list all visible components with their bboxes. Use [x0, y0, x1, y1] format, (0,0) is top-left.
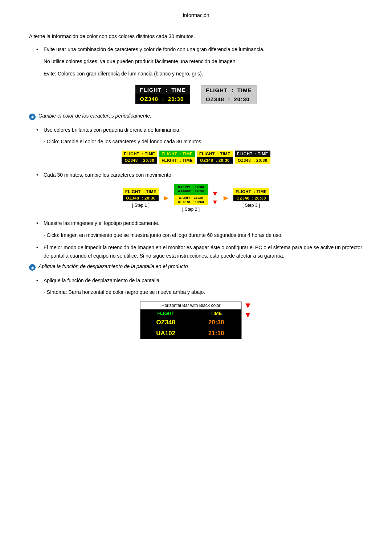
bullet-item-6: • Aplique la función de desplazamiento d… — [29, 276, 363, 284]
bullet-item-2: • Use colores brillantes con pequeña dif… — [29, 126, 363, 134]
cycle-box-1-header: FLIGHT : TIME — [122, 151, 157, 157]
step2-data: UA9IIY : 13:30KI A19E : 19:60 — [174, 195, 208, 205]
hbar-title: Horizontal Bar with Black color — [140, 302, 241, 309]
flight-box-gray: FLIGHT : TIME OZ348 : 20:30 — [201, 85, 257, 104]
step2-header: RA17IY : 16:00AA009E : 19:34 — [174, 184, 208, 195]
cycle-label: - Ciclo: Cambie el color de los caracter… — [44, 138, 363, 145]
blue-circle-icon-2 — [29, 264, 36, 271]
bullet-item-1: • Evite usar una combinación de caracter… — [29, 45, 363, 53]
hbar-arrow-down-1: ▼ — [244, 301, 252, 309]
hbar-data-row-1: OZ348 20:30 — [140, 317, 241, 328]
flight-box-gray-header: FLIGHT : TIME — [201, 86, 256, 95]
italic-text-2: Aplique la función de desplazamiento de … — [38, 263, 188, 269]
cycle-box-2: FLIGHT : TIME FLIGHT : TIME — [159, 151, 195, 164]
bullet-text-1: Evite usar una combinación de caracteres… — [44, 45, 265, 53]
cycle-box-4: FLIGHT : TIME OZ348 : 20:30 — [235, 151, 270, 164]
step1-data: OZ348 : 20:30 — [123, 195, 159, 201]
flight-box-black-data: OZ348 : 20:30 — [135, 94, 190, 103]
hbar-demo: Horizontal Bar with Black color FLIGHT T… — [29, 301, 363, 339]
bullet-dot-1: • — [36, 45, 44, 53]
sub-text-4: - Síntoma: Barra horizontal de color neg… — [44, 288, 363, 296]
italic-note-2: Aplique la función de desplazamiento de … — [29, 263, 363, 271]
hbar-arrow-down-2: ▼ — [244, 311, 252, 319]
intro-text: Alterne la información de color con dos … — [29, 32, 363, 40]
cycle-box-4-data: OZ348 : 20:30 — [235, 157, 270, 164]
bullet-text-6: Aplique la función de desplazamiento de … — [44, 276, 159, 284]
bullet-text-2: Use colores brillantes con pequeña difer… — [44, 126, 180, 134]
bullet-text-4: Muestre las imágenes y el logotipo perió… — [44, 219, 159, 227]
arrow-down-2: ▼ — [212, 198, 219, 206]
step3-header: FLIGHT : TIME — [233, 188, 269, 195]
bullet-text-5: El mejor modo de impedir la retención de… — [44, 243, 363, 260]
bullet-item-5: • El mejor modo de impedir la retención … — [29, 243, 363, 260]
sub-text-3: - Ciclo: Imagen en movimiento que se mue… — [44, 231, 363, 239]
hbar-with-arrows: Horizontal Bar with Black color FLIGHT T… — [140, 301, 252, 339]
flight-box-black-header: FLIGHT : TIME — [135, 85, 190, 94]
hbar-row1-col1: OZ348 — [140, 317, 191, 328]
italic-text-1: Cambie el color de los caracteres periód… — [38, 113, 151, 119]
cycle-demo-row: FLIGHT : TIME OZ348 : 20:30 FLIGHT : TIM… — [29, 151, 363, 164]
cycle-box-1-data: OZ348 : 20:30 — [122, 157, 157, 164]
cycle-box-2-header: FLIGHT : TIME — [159, 151, 195, 157]
sub-text-2: Evite: Colores con gran diferencia de lu… — [44, 70, 363, 78]
cycle-box-1: FLIGHT : TIME OZ348 : 20:30 — [122, 151, 157, 164]
step-3-label: [ Step 3 ] — [233, 203, 269, 208]
page-container: Información Alterne la información de co… — [0, 0, 392, 369]
step-demo: FLIGHT : TIME OZ348 : 20:30 [ Step 1 ] ►… — [29, 184, 363, 212]
flight-box-black: FLIGHT : TIME OZ348 : 20:30 — [135, 85, 190, 104]
hbar-container: Horizontal Bar with Black color FLIGHT T… — [140, 301, 242, 339]
bottom-border — [29, 354, 363, 354]
bullet-dot-5: • — [36, 243, 44, 260]
bullet-item-4: • Muestre las imágenes y el logotipo per… — [29, 219, 363, 227]
step-3-box: FLIGHT : TIME OZ348 : 20:30 — [233, 188, 269, 201]
bullet-text-3: Cada 30 minutos, cambie los caracteres c… — [44, 171, 173, 179]
bullet-dot-2: • — [36, 126, 44, 134]
step2-arrows: ▼ ▼ — [212, 190, 219, 206]
hbar-row2-col1: UA102 — [140, 328, 191, 339]
step-1-box: FLIGHT : TIME OZ348 : 20:30 — [123, 188, 159, 201]
hbar-row2-col2: 21:10 — [191, 328, 241, 339]
bullet-dot-4: • — [36, 219, 44, 227]
blue-circle-icon-1 — [29, 114, 36, 120]
bullet-dot-6: • — [36, 276, 44, 284]
sub-text-1: No utilice colores grises, ya que pueden… — [44, 57, 363, 65]
flight-box-gray-data: OZ348 : 20:30 — [201, 95, 256, 104]
hbar-arrows: ▼ ▼ — [242, 301, 252, 319]
step1-header: FLIGHT : TIME — [123, 188, 159, 195]
cycle-box-3-header: FLIGHT : TIME — [197, 151, 233, 157]
hbar-col2-header: TIME — [191, 309, 241, 317]
step-2-label: [ Step 2 ] — [174, 207, 208, 212]
arrow-right-2: ► — [222, 193, 230, 203]
page-title: Información — [29, 7, 363, 22]
italic-note-1: Cambie el color de los caracteres periód… — [29, 113, 363, 120]
arrow-down-1: ▼ — [212, 190, 219, 198]
bullet-item-3: • Cada 30 minutos, cambie los caracteres… — [29, 171, 363, 179]
step-1-container: FLIGHT : TIME OZ348 : 20:30 [ Step 1 ] — [123, 188, 159, 208]
step-2-container: RA17IY : 16:00AA009E : 19:34 UA9IIY : 13… — [174, 184, 208, 212]
step-3-container: FLIGHT : TIME OZ348 : 20:30 [ Step 3 ] — [233, 188, 269, 208]
hbar-data-row-2: UA102 21:10 — [140, 328, 241, 339]
hbar-header-row: FLIGHT TIME — [140, 309, 241, 317]
cycle-box-4-header: FLIGHT : TIME — [235, 151, 270, 157]
cycle-box-2-data: FLIGHT : TIME — [159, 157, 195, 164]
arrow-right-1: ► — [162, 193, 170, 203]
bullet-dot-3: • — [36, 171, 44, 179]
hbar-col1-header: FLIGHT — [140, 309, 191, 317]
step3-data: OZ348 : 20:30 — [233, 195, 269, 201]
hbar-row1-col2: 20:30 — [191, 317, 241, 328]
cycle-box-3: FLIGHT : TIME OZ348 : 20:30 — [197, 151, 233, 164]
step-1-label: [ Step 1 ] — [123, 203, 159, 208]
step-2-box: RA17IY : 16:00AA009E : 19:34 UA9IIY : 13… — [174, 184, 208, 206]
cycle-box-3-data: OZ348 : 20:30 — [197, 157, 233, 164]
demo-row-1: FLIGHT : TIME OZ348 : 20:30 FLIGHT : TIM… — [29, 85, 363, 104]
